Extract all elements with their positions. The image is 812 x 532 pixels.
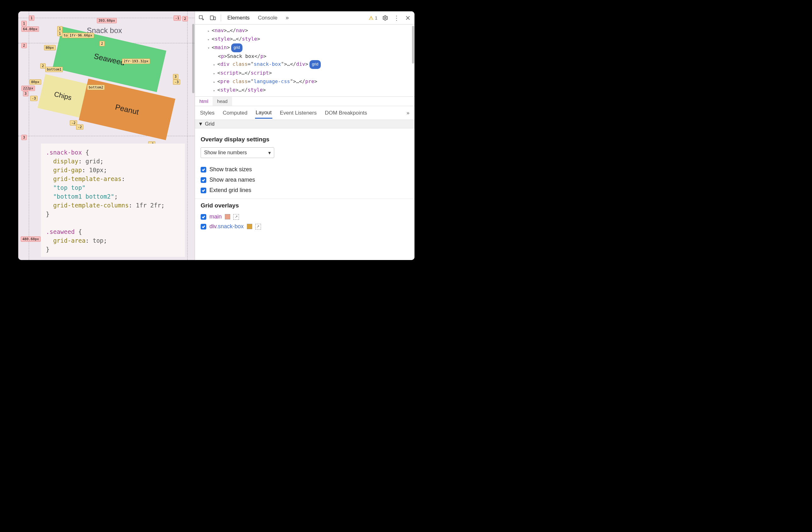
overlay-name-div[interactable]: div.snack-box [209, 223, 244, 230]
grid-line-num: -3 [30, 96, 38, 101]
reveal-in-elements-icon[interactable] [255, 224, 261, 229]
subtab-styles[interactable]: Styles [199, 107, 215, 119]
grid-line-num: -3 [173, 79, 180, 85]
checkbox-track-sizes[interactable] [201, 167, 206, 172]
dom-scrollbar[interactable] [412, 26, 414, 64]
check-label: Extend grid lines [209, 187, 251, 194]
grid-line-num-pink: 2 [21, 43, 27, 48]
svg-rect-2 [214, 17, 216, 19]
checkbox-area-names[interactable] [201, 177, 206, 183]
grid-size-label: 480.60px [21, 236, 41, 242]
grid-line-num: -2 [76, 124, 83, 130]
gear-icon[interactable] [382, 14, 389, 22]
color-swatch-main[interactable] [225, 214, 230, 220]
line-numbers-select[interactable]: Show line numbers ▾ [201, 147, 274, 158]
grid-area-label: bottom2 [87, 85, 105, 90]
layout-panel: Overlay display settings Show line numbe… [195, 128, 415, 233]
breadcrumb: html head [195, 96, 415, 106]
grid-line-num-pink: -1 [174, 15, 181, 21]
devtools-panel: Elements Console » 1 ⋮ <nav>…</nav> <sty… [195, 11, 415, 260]
grid-size-label: 64.80px [21, 26, 39, 32]
check-label: Show area names [209, 177, 255, 183]
check-label: Show track sizes [209, 166, 252, 173]
overlay-name-main[interactable]: main [209, 213, 222, 220]
reveal-in-elements-icon[interactable] [233, 214, 239, 220]
tab-elements[interactable]: Elements [226, 14, 251, 22]
grid-size-label: 80px [44, 45, 56, 51]
styles-subtabs: Styles Computed Layout Event Listeners D… [195, 106, 415, 120]
warning-count: 1 [375, 15, 377, 20]
grid-line-num: 2 [40, 63, 46, 69]
more-subtabs-icon[interactable]: » [406, 107, 410, 119]
dom-tree[interactable]: <nav>…</nav> <style>…</style> <main>grid… [195, 25, 415, 96]
grid-area-label: bottom1 [45, 67, 63, 72]
warning-badge[interactable]: 1 [368, 15, 377, 20]
grid-overlays-heading: Grid overlays [201, 202, 409, 209]
tab-console[interactable]: Console [256, 14, 279, 22]
crumb-html[interactable]: html [195, 97, 213, 106]
devtools-toolbar: Elements Console » 1 ⋮ [195, 11, 415, 25]
more-tabs-icon[interactable]: » [284, 14, 291, 22]
subtab-dom-breakpoints[interactable]: DOM Breakpoints [324, 107, 368, 119]
close-icon[interactable] [404, 14, 411, 22]
svg-rect-4 [371, 18, 372, 19]
grid-line-num-pink: 3 [23, 91, 28, 96]
grid-track-label: 1fr·96.66px [68, 33, 94, 38]
chevron-down-icon: ▾ [268, 150, 271, 156]
grid-line-num-pink: 1 [29, 15, 34, 21]
grid-line-num: 3 [173, 74, 178, 79]
svg-point-5 [385, 17, 386, 18]
subtab-layout[interactable]: Layout [255, 107, 272, 119]
section-header-grid[interactable]: ▼ Grid [195, 120, 415, 128]
caret-down-icon: ▼ [198, 121, 203, 127]
checkbox-overlay-snackbox[interactable] [201, 224, 206, 229]
crumb-head[interactable]: head [213, 97, 232, 106]
checkbox-extend-lines[interactable] [201, 187, 206, 193]
grid-line-num-pink: 2 [183, 16, 188, 22]
grid-badge[interactable]: grid [231, 43, 243, 52]
subtab-computed[interactable]: Computed [222, 107, 248, 119]
grid-line-num-pink: 1 [21, 21, 27, 26]
inspect-icon[interactable] [198, 14, 205, 22]
page-viewport: Snack box 1 393.60px -1 2 1 64.80px 2 22… [18, 11, 195, 260]
devtools-window: Snack box 1 393.60px -1 2 1 64.80px 2 22… [18, 11, 415, 260]
device-mode-icon[interactable] [209, 14, 216, 22]
grid-size-label: 80px [30, 79, 41, 85]
css-code-block: .snack-box { display: grid; grid-gap: 10… [41, 143, 185, 257]
kebab-icon[interactable]: ⋮ [393, 14, 400, 22]
grid-track-label: 2fr·193.32px [122, 58, 150, 64]
grid-line-num-pink: 3 [21, 135, 27, 140]
color-swatch-div[interactable] [247, 224, 252, 229]
grid-size-label: 222px [21, 86, 35, 91]
overlay-settings-heading: Overlay display settings [201, 136, 409, 143]
svg-rect-3 [371, 17, 372, 18]
grid-size-label: 393.60px [97, 18, 117, 23]
viewport-scrollbar[interactable] [192, 24, 194, 93]
grid-line-num: 2 [99, 41, 105, 46]
grid-badge[interactable]: grid [309, 60, 321, 69]
checkbox-overlay-main[interactable] [201, 214, 206, 220]
svg-rect-1 [211, 16, 214, 20]
subtab-event-listeners[interactable]: Event Listeners [279, 107, 317, 119]
